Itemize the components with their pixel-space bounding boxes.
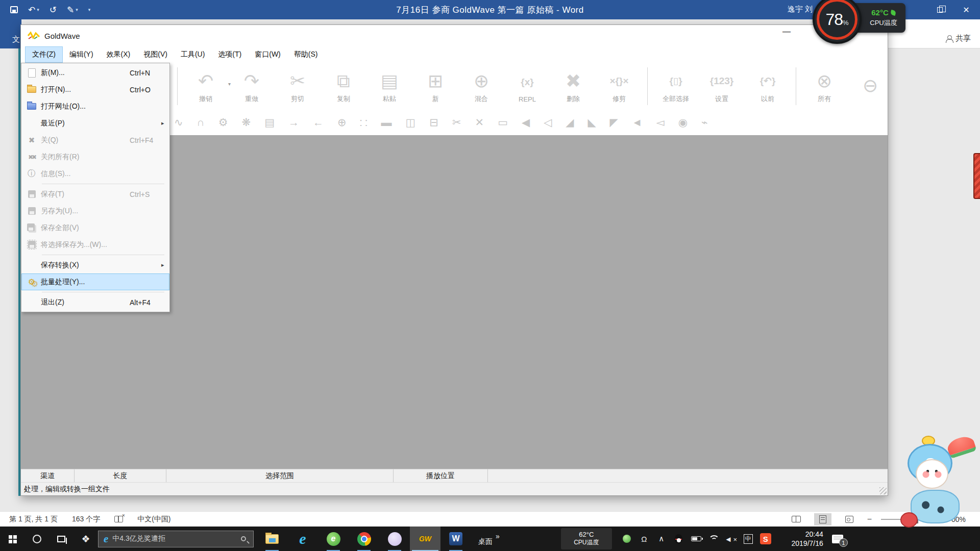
page-indicator[interactable]: 第 1 页, 共 1 页: [9, 515, 58, 524]
toolbar-button[interactable]: ×{}× 修剪: [596, 69, 642, 104]
menu-item[interactable]: 新(M)... Ctrl+N: [21, 64, 169, 81]
notification-center-button[interactable]: 1: [823, 527, 852, 551]
taskbar-app-button[interactable]: [379, 527, 410, 551]
menubar-item[interactable]: 效果(X): [100, 46, 137, 63]
effect-tool-icon[interactable]: ▤: [264, 116, 275, 129]
language-indicator[interactable]: 中文(中国): [137, 515, 170, 524]
menu-item[interactable]: [21, 253, 169, 257]
toolbar-button[interactable]: ✖ 删除: [550, 69, 596, 104]
tray-icon[interactable]: ∧: [653, 527, 670, 551]
effect-tool-icon[interactable]: ◀: [522, 116, 530, 129]
menu-item[interactable]: [21, 290, 169, 294]
tray-icon[interactable]: [670, 527, 688, 551]
task-view-button[interactable]: [49, 527, 74, 551]
effect-tool-icon[interactable]: ◄: [632, 116, 643, 129]
menu-item[interactable]: 打开网址(O)...: [21, 98, 169, 115]
effect-tool-icon[interactable]: ◣: [587, 116, 596, 129]
effect-tool-icon[interactable]: →: [288, 116, 299, 129]
menubar-item[interactable]: 窗口(W): [248, 46, 287, 63]
desktop-toolbar[interactable]: 桌面 »: [478, 531, 500, 546]
toolbar-button[interactable]: ↶ 撤销 ▾: [183, 69, 229, 104]
signed-in-user[interactable]: 逸宇 刘: [788, 5, 813, 14]
resize-grip[interactable]: [879, 487, 887, 494]
toolbar-button[interactable]: ⊞ 新: [412, 69, 458, 104]
proofing-errors-icon[interactable]: [114, 516, 123, 522]
menubar-item[interactable]: 编辑(Y): [63, 46, 100, 63]
menubar-item[interactable]: 视图(V): [137, 46, 174, 63]
menu-item[interactable]: 打开(N)... Ctrl+O: [21, 81, 169, 98]
toolbar-button[interactable]: ⊕ 混合: [458, 69, 504, 104]
menubar-item[interactable]: 工具(U): [174, 46, 211, 63]
effect-tool-icon[interactable]: ◁: [544, 116, 552, 129]
taskbar-app-button[interactable]: GW: [410, 527, 440, 551]
start-button[interactable]: [0, 527, 24, 551]
restore-button[interactable]: [927, 0, 952, 19]
toolbar-button[interactable]: ✂ 剪切: [275, 69, 321, 104]
effect-tool-icon[interactable]: ◉: [678, 116, 688, 129]
toolbar-button[interactable]: {x} REPL: [504, 70, 550, 103]
menu-item[interactable]: [21, 182, 169, 186]
menu-item[interactable]: ⓘ 信息(S)...: [21, 165, 169, 182]
effect-tool-icon[interactable]: ◤: [610, 116, 618, 129]
taskbar-clock[interactable]: 20:44 2019/7/16: [779, 530, 823, 548]
effect-tool-icon[interactable]: ⊟: [429, 116, 438, 129]
menu-item[interactable]: ⚙ 批量处理(Y)...: [21, 273, 169, 290]
taskbar-app-button[interactable]: W: [440, 527, 471, 551]
goldwave-minimize-button[interactable]: —: [776, 27, 797, 36]
toolbar-button[interactable]: ↷ 重做: [229, 69, 275, 104]
tray-icon[interactable]: [688, 527, 705, 551]
menu-item[interactable]: 保存(T) Ctrl+S: [21, 186, 169, 203]
menu-item[interactable]: ✖ 关(Q) Ctrl+F4: [21, 132, 169, 148]
toolbar-button[interactable]: ⊖: [847, 73, 888, 99]
menu-item[interactable]: 退出(Z) Alt+F4: [21, 294, 169, 311]
taskbar-app-button[interactable]: [349, 527, 379, 551]
effect-tool-icon[interactable]: ▬: [381, 116, 391, 129]
menu-item[interactable]: 将选择保存为...(W)...: [21, 236, 169, 253]
taskbar-app-button[interactable]: [257, 527, 287, 551]
zoom-out-button[interactable]: −: [867, 515, 872, 524]
sogou-pinwheel-button[interactable]: ❖: [74, 527, 98, 551]
toolbar-button[interactable]: {▯} 全部选择: [653, 69, 699, 104]
toolbar-button[interactable]: ⊗ 所有: [801, 69, 847, 104]
effect-tool-icon[interactable]: ⊕: [337, 116, 347, 129]
tray-icon[interactable]: ◄: [722, 527, 740, 551]
menu-item[interactable]: 保存全部(V): [21, 219, 169, 236]
toolbar-button[interactable]: [647, 67, 648, 105]
tray-icon[interactable]: S: [757, 527, 774, 551]
close-button[interactable]: ✕: [953, 0, 979, 19]
effect-tool-icon[interactable]: ◢: [566, 116, 574, 129]
toolbar-button[interactable]: ⧉ 复制: [321, 69, 366, 104]
menu-item[interactable]: 另存为(U)...: [21, 203, 169, 219]
read-mode-button[interactable]: [788, 513, 805, 525]
effect-tool-icon[interactable]: ◫: [405, 116, 415, 129]
effect-tool-icon[interactable]: ◅: [656, 116, 665, 129]
menu-item[interactable]: 最近(P) ▸: [21, 115, 169, 132]
effect-tool-icon[interactable]: ✕: [475, 116, 484, 129]
toolbar-button[interactable]: ▤ 粘贴: [366, 69, 412, 104]
effect-tool-icon[interactable]: ⸬: [360, 116, 368, 129]
taskbar-search-box[interactable]: e 中4.3亿兑奖遭拒: [98, 531, 254, 547]
effect-tool-icon[interactable]: ⌁: [701, 116, 708, 129]
web-layout-button[interactable]: [841, 513, 858, 525]
cpu-monitor-widget[interactable]: 78 % 62°C CPU温度: [813, 0, 905, 44]
goldwave-titlebar[interactable]: GoldWave —: [21, 25, 888, 46]
toolbar-button[interactable]: [796, 67, 796, 105]
effect-tool-icon[interactable]: ✂: [452, 116, 461, 129]
effect-tool-icon[interactable]: ⚙: [218, 116, 228, 129]
toolbar-button[interactable]: {↶} 以前: [745, 69, 791, 104]
effect-tool-icon[interactable]: ∿: [174, 116, 183, 129]
toolbar-button[interactable]: {123} 设置: [699, 69, 745, 104]
overflow-chevron-icon[interactable]: »: [496, 532, 500, 540]
share-button[interactable]: 共享: [946, 34, 971, 43]
tray-icon[interactable]: [705, 527, 722, 551]
tray-icon[interactable]: [618, 527, 635, 551]
taskbar-cpu-temp-badge[interactable]: 62°C CPU温度: [561, 528, 612, 549]
menubar-item[interactable]: 文件(Z): [25, 46, 63, 63]
menu-item[interactable]: ✖✖ 关闭所有(R): [21, 148, 169, 165]
toolbar-button[interactable]: [177, 67, 178, 105]
menubar-item[interactable]: 帮助(S): [287, 46, 325, 63]
menu-item[interactable]: 保存转换(X) ▸: [21, 257, 169, 273]
effect-tool-icon[interactable]: ∩: [197, 116, 205, 129]
taskbar-app-button[interactable]: e: [318, 527, 349, 551]
menubar-item[interactable]: 选项(T): [211, 46, 248, 63]
